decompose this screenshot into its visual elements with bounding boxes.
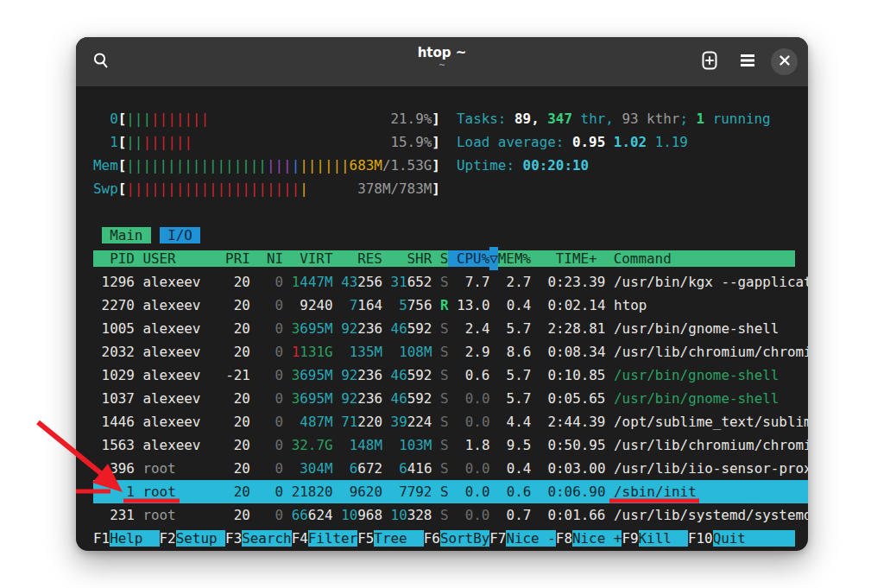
fkey-F9-label[interactable]: Kill (639, 530, 688, 547)
desktop: htop ~ ~ (0, 0, 871, 588)
tab-io[interactable]: I/O (160, 227, 201, 243)
column-header-segment[interactable]: ▽ (489, 247, 498, 270)
new-tab-icon (700, 50, 719, 74)
fkey-F8[interactable]: F8 (556, 530, 572, 547)
column-header-segment[interactable]: PID USER PRI NI VIRT RES SHR S (93, 250, 448, 267)
tab-main[interactable]: Main (102, 227, 151, 243)
menu-button[interactable] (733, 47, 762, 77)
close-icon (779, 54, 791, 70)
meter-line-swp: Swp[|||||||||||||||||||||| 378M/783M] (93, 177, 808, 200)
fkey-F5[interactable]: F5 (357, 530, 374, 547)
fkey-F5-label[interactable]: Tree (374, 530, 423, 547)
fkey-F3[interactable]: F3 (225, 530, 242, 547)
fkey-F7-label[interactable]: Nice - (506, 530, 555, 547)
column-header-segment[interactable]: CPU% (448, 250, 489, 267)
table-column-header: PID USER PRI NI VIRT RES SHR S CPU%▽MEM%… (93, 247, 808, 270)
process-row-pid-1037[interactable]: 1037 alexeev 20 0 3695M 92236 46592 S 0.… (93, 387, 808, 410)
fkey-F6[interactable]: F6 (424, 530, 440, 547)
fkey-F10[interactable]: F10 (688, 530, 713, 547)
fkey-F2-label[interactable]: Setup (176, 530, 225, 547)
fkey-F10-label[interactable]: Quit (713, 530, 796, 547)
function-key-bar: F1Help F2Setup F3SearchF4FilterF5Tree F6… (93, 527, 808, 550)
fkey-F4[interactable]: F4 (292, 530, 308, 547)
fkey-F8-label[interactable]: Nice + (572, 530, 622, 547)
column-header-segment[interactable]: MEM% TIME+ Command (498, 250, 672, 267)
fkey-F9[interactable]: F9 (622, 530, 638, 547)
fkey-F4-label[interactable]: Filter (308, 530, 357, 547)
terminal-window: htop ~ ~ (76, 37, 808, 551)
blank-line (93, 200, 808, 224)
close-button[interactable] (771, 48, 798, 75)
new-tab-button[interactable] (695, 47, 724, 77)
process-row-pid-2032[interactable]: 2032 alexeev 20 0 1131G 135M 108M S 2.9 … (93, 340, 808, 364)
column-header-segment[interactable] (672, 250, 796, 267)
fkey-F2[interactable]: F2 (160, 530, 176, 547)
process-row-pid-1446[interactable]: 1446 alexeev 20 0 487M 71220 39224 S 0.0… (93, 410, 808, 433)
process-row-pid-1005[interactable]: 1005 alexeev 20 0 3695M 92236 46592 S 2.… (93, 317, 808, 340)
process-row-pid-1[interactable]: 1 root 20 0 21820 9620 7792 S 0.0 0.6 0:… (93, 480, 808, 503)
process-row-pid-396[interactable]: 396 root 20 0 304M 6672 6416 S 0.0 0.4 0… (93, 457, 808, 480)
process-row-pid-1029[interactable]: 1029 alexeev -21 0 3695M 92236 46592 S 0… (93, 364, 808, 387)
menu-icon (739, 53, 756, 72)
process-row-pid-1296[interactable]: 1296 alexeev 20 0 1447M 43256 31652 S 7.… (93, 270, 808, 294)
process-row-pid-231[interactable]: 231 root 20 0 66624 10968 10328 S 0.0 0.… (93, 503, 808, 527)
fkey-F1-label[interactable]: Help (110, 530, 159, 547)
meter-line-cpu1: 1[|||||||| 15.9%] Load average: 0.95 1.0… (93, 130, 808, 154)
fkey-F7[interactable]: F7 (489, 530, 506, 547)
search-button[interactable] (86, 47, 116, 77)
fkey-F1[interactable]: F1 (93, 530, 110, 547)
fkey-F6-label[interactable]: SortBy (440, 530, 489, 547)
process-row-pid-1563[interactable]: 1563 alexeev 20 0 32.7G 148M 103M S 1.8 … (93, 433, 808, 457)
process-row-pid-2270[interactable]: 2270 alexeev 20 0 9240 7164 5756 R 13.0 … (93, 294, 808, 317)
terminal-screen: 0[|||||||||| 21.9%] Tasks: 89, 347 thr, … (76, 86, 808, 550)
fkey-F3-label[interactable]: Search (242, 530, 291, 547)
search-icon (92, 52, 110, 73)
meter-line-cpu0: 0[|||||||||| 21.9%] Tasks: 89, 347 thr, … (93, 107, 808, 130)
screen-tabs: Main I/O (93, 224, 808, 247)
meter-line-mem: Mem[|||||||||||||||||||||||||||683M/1.53… (93, 154, 808, 177)
titlebar: htop ~ ~ (76, 37, 808, 86)
